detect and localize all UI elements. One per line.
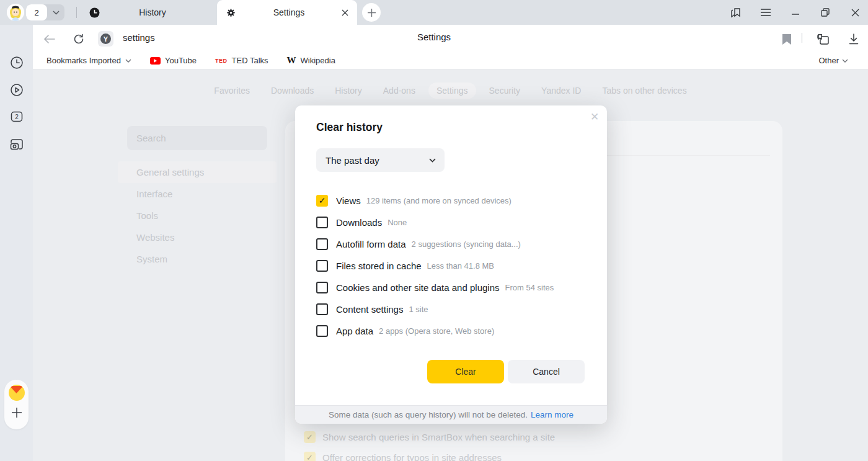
row-downloads[interactable]: Downloads None [316, 213, 589, 231]
other-bookmarks-label: Other [818, 56, 839, 65]
bookmark-wikipedia[interactable]: W Wikipedia [287, 55, 335, 66]
browser-sidebar: 2 • • • [0, 25, 33, 461]
bookmark-ted-talks[interactable]: TED TED Talks [215, 56, 268, 65]
nav-history[interactable]: History [335, 86, 362, 96]
row-label: App data [336, 326, 373, 336]
checked-checkbox-icon[interactable]: ✓ [304, 452, 316, 461]
nav-tabs-other-devices[interactable]: Tabs on other devices [602, 86, 686, 96]
checkbox-app-data[interactable] [316, 325, 328, 337]
dialog-title: Clear history [316, 121, 383, 134]
row-label: Files stored in cache [336, 261, 422, 271]
omnibox-page-title: Settings [0, 32, 868, 42]
menu-icon[interactable] [759, 6, 773, 19]
collections-icon[interactable] [816, 32, 830, 46]
close-tab-icon[interactable] [342, 9, 348, 16]
checkbox-content-settings[interactable] [316, 303, 328, 315]
clear-history-dialog: ✕ Clear history The past day ✓ Views 129… [295, 105, 607, 424]
plus-icon [368, 9, 376, 17]
settings-section-menu: General settings Interface Tools Website… [118, 161, 277, 270]
other-bookmarks-button[interactable]: Other [818, 56, 848, 65]
row-detail: 129 items (and more on synced devices) [366, 196, 512, 205]
row-label: Cookies and other site data and plugins [336, 282, 500, 293]
svg-text:2: 2 [15, 114, 19, 120]
tabs-panel-icon[interactable]: 2 [0, 110, 33, 123]
services-dock [4, 380, 29, 429]
chevron-down-icon [429, 158, 436, 163]
chevron-down-icon [125, 59, 131, 63]
row-cache[interactable]: Files stored in cache Less than 41.8 MB [316, 257, 589, 274]
chevron-down-icon [842, 59, 848, 63]
add-service-icon[interactable] [11, 407, 22, 418]
menu-websites[interactable]: Websites [118, 226, 277, 248]
learn-more-link[interactable]: Learn more [531, 410, 574, 419]
option-label: Offer corrections for typos in site addr… [322, 452, 502, 461]
tab-label: History [100, 7, 205, 17]
row-detail: 2 apps (Opera store, Web store) [379, 326, 494, 336]
minimize-button[interactable] [789, 6, 802, 19]
row-autofill[interactable]: Autofill form data 2 suggestions (syncin… [316, 235, 589, 253]
checkbox-downloads[interactable] [316, 217, 328, 228]
profile-avatar[interactable] [7, 4, 24, 21]
footer-note: Some data (such as query history) will n… [329, 410, 528, 419]
row-content-settings[interactable]: Content settings 1 site [316, 300, 589, 318]
tab-count-control[interactable]: 2 [26, 4, 64, 20]
screenshot-icon[interactable] [0, 138, 33, 151]
close-window-button[interactable] [848, 6, 862, 19]
checkbox-cache[interactable] [316, 260, 328, 272]
search-placeholder: Search [136, 133, 166, 143]
nav-downloads[interactable]: Downloads [271, 86, 314, 96]
clear-button[interactable]: Clear [427, 360, 504, 383]
checkbox-autofill[interactable] [316, 238, 328, 250]
settings-search-input[interactable]: Search [127, 126, 267, 150]
row-cookies[interactable]: Cookies and other site data and plugins … [316, 279, 589, 296]
checkbox-views[interactable]: ✓ [316, 195, 328, 207]
divider [76, 7, 77, 18]
menu-system[interactable]: System [118, 248, 277, 270]
row-app-data[interactable]: App data 2 apps (Opera store, Web store) [316, 322, 589, 339]
new-tab-button[interactable] [362, 3, 381, 22]
tab-count-badge[interactable]: 2 [26, 4, 47, 20]
history-icon[interactable] [0, 56, 33, 69]
nav-settings-active[interactable]: Settings [428, 83, 476, 99]
row-label: Autofill form data [336, 239, 406, 249]
row-label: Content settings [336, 304, 403, 315]
bookmarks-bar: Bookmarks Imported YouTube TED TED Talks… [0, 52, 868, 69]
divider [802, 33, 802, 43]
nav-add-ons[interactable]: Add-ons [383, 86, 415, 96]
clock-icon [89, 7, 100, 18]
tab-history[interactable]: History [81, 0, 214, 25]
checkbox-cookies[interactable] [316, 282, 328, 293]
tab-bar: 2 History Settings [0, 0, 868, 25]
bookmark-label: Wikipedia [301, 56, 335, 65]
time-range-select[interactable]: The past day [316, 148, 445, 172]
chevron-down-icon[interactable] [47, 11, 64, 15]
nav-security[interactable]: Security [489, 86, 521, 96]
option-smartbox-queries[interactable]: ✓ Show search queries in SmartBox when s… [304, 431, 555, 443]
bookmark-youtube[interactable]: YouTube [150, 56, 197, 65]
download-icon[interactable] [847, 32, 861, 46]
avatar-girl-icon [7, 4, 24, 21]
nav-favorites[interactable]: Favorites [214, 86, 250, 96]
checked-checkbox-icon[interactable]: ✓ [304, 431, 316, 443]
menu-general-settings[interactable]: General settings [118, 161, 277, 183]
menu-tools[interactable]: Tools [118, 205, 277, 226]
ted-icon: TED [215, 58, 228, 64]
bookmark-label: TED Talks [232, 56, 268, 65]
tab-settings[interactable]: Settings [217, 0, 357, 25]
cancel-button[interactable]: Cancel [508, 360, 585, 383]
row-views[interactable]: ✓ Views 129 items (and more on synced de… [316, 192, 589, 209]
video-player-icon[interactable] [0, 83, 33, 97]
row-label: Views [336, 195, 361, 206]
side-panel-icon[interactable] [729, 6, 743, 19]
bookmark-icon[interactable] [780, 32, 794, 46]
row-detail: Less than 41.8 MB [427, 261, 494, 271]
nav-yandex-id[interactable]: Yandex ID [541, 86, 581, 96]
restore-button[interactable] [818, 6, 832, 19]
menu-interface[interactable]: Interface [118, 183, 277, 205]
option-label: Show search queries in SmartBox when sea… [322, 432, 555, 442]
option-typo-corrections[interactable]: ✓ Offer corrections for typos in site ad… [304, 452, 502, 461]
row-detail: From 54 sites [505, 283, 554, 292]
yandex-mail-icon[interactable] [9, 385, 25, 401]
dialog-close-icon[interactable]: ✕ [588, 110, 601, 123]
bookmarks-folder[interactable]: Bookmarks Imported [46, 56, 131, 65]
